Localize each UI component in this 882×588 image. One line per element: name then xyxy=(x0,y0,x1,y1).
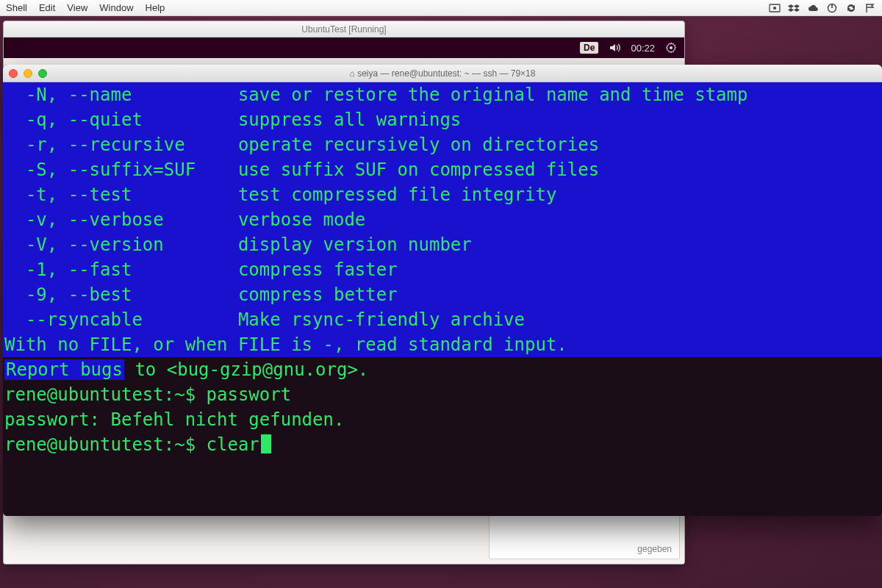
terminal-titlebar[interactable]: ⌂ seiya — rene@ubuntutest: ~ — ssh — 79×… xyxy=(3,65,882,82)
help-line: -S, --suffix=SUF use suffix SUF on compr… xyxy=(3,157,882,182)
cloud-icon[interactable] xyxy=(807,2,819,14)
ubuntu-topbar: De 00:22 xyxy=(4,37,684,58)
help-line: -V, --version display version number xyxy=(3,232,882,257)
mac-menubar-right xyxy=(769,2,876,14)
help-line: -r, --recursive operate recursively on d… xyxy=(3,132,882,157)
help-line: --rsyncable Make rsync-friendly archive xyxy=(3,307,882,332)
gear-icon[interactable] xyxy=(665,42,677,54)
help-line: -1, --fast compress faster xyxy=(3,257,882,282)
dropbox-icon[interactable] xyxy=(788,2,800,14)
keyboard-layout-indicator[interactable]: De xyxy=(580,42,598,54)
report-rest: to <bug-gzip@gnu.org>. xyxy=(124,359,368,380)
menu-edit[interactable]: Edit xyxy=(39,2,55,13)
help-line: With no FILE, or when FILE is -, read st… xyxy=(3,332,882,357)
cursor xyxy=(261,434,271,453)
menu-shell[interactable]: Shell xyxy=(6,2,27,13)
prompt-line-current[interactable]: rene@ubuntutest:~$ clear xyxy=(3,432,882,457)
help-line: -v, --verbose verbose mode xyxy=(3,207,882,232)
minimize-button[interactable] xyxy=(24,69,32,78)
svg-point-4 xyxy=(670,46,673,49)
error-line: passwort: Befehl nicht gefunden. xyxy=(3,407,882,432)
help-line: -9, --best compress better xyxy=(3,282,882,307)
window-controls xyxy=(9,69,47,78)
flag-icon[interactable] xyxy=(864,2,876,14)
close-button[interactable] xyxy=(9,69,18,78)
menu-help[interactable]: Help xyxy=(146,2,165,13)
zoom-button[interactable] xyxy=(38,69,47,78)
report-prefix: Report bugs xyxy=(4,359,124,380)
vm-subpanel: gegeben xyxy=(489,515,680,559)
vm-window-title[interactable]: UbuntuTest [Running] xyxy=(4,21,684,37)
mac-menubar-left: Shell Edit View Window Help xyxy=(6,2,165,13)
prompt-line: rene@ubuntutest:~$ passwort xyxy=(3,382,882,407)
terminal-body[interactable]: -N, --name save or restore the original … xyxy=(3,82,882,516)
ubuntu-clock[interactable]: 00:22 xyxy=(631,43,655,54)
power-icon[interactable] xyxy=(826,2,838,14)
menu-view[interactable]: View xyxy=(67,2,87,13)
sync-icon[interactable] xyxy=(845,2,857,14)
desktop: UbuntuTest [Running] De 00:22 gegeben xyxy=(0,16,882,588)
screencast-icon[interactable] xyxy=(769,2,781,14)
terminal-title-text: ⌂ seiya — rene@ubuntutest: ~ — ssh — 79×… xyxy=(3,68,882,79)
mac-menubar: Shell Edit View Window Help xyxy=(0,0,882,16)
volume-icon[interactable] xyxy=(609,42,620,54)
menu-window[interactable]: Window xyxy=(99,2,133,13)
help-line: -q, --quiet suppress all warnings xyxy=(3,107,882,132)
report-line: Report bugs to <bug-gzip@gnu.org>. xyxy=(3,357,882,382)
terminal-window[interactable]: ⌂ seiya — rene@ubuntutest: ~ — ssh — 79×… xyxy=(3,65,882,516)
svg-point-1 xyxy=(773,7,776,10)
vm-subpanel-text: gegeben xyxy=(637,544,672,554)
help-line: -t, --test test compressed file integrit… xyxy=(3,182,882,207)
vm-title-text: UbuntuTest [Running] xyxy=(301,24,386,35)
help-line: -N, --name save or restore the original … xyxy=(3,82,882,107)
